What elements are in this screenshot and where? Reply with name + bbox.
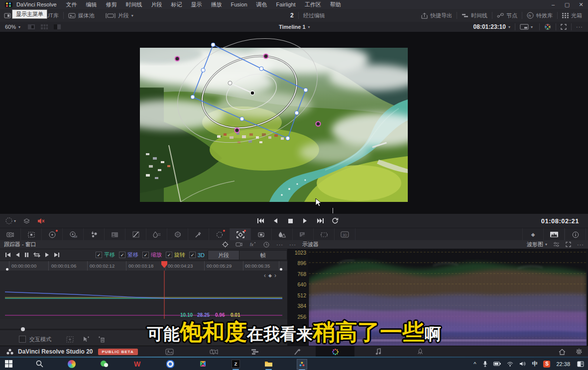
delete-tracker-point-icon[interactable]: [98, 336, 105, 343]
tray-sogou-icon[interactable]: S: [543, 361, 550, 368]
history-icon[interactable]: [263, 242, 269, 248]
video-frame[interactable]: [140, 48, 408, 202]
expand-viewer-icon[interactable]: [561, 24, 567, 30]
photos-app-icon[interactable]: [67, 359, 76, 369]
magic-mask-tab[interactable]: [105, 228, 125, 241]
menu-trim[interactable]: 修剪: [106, 1, 117, 8]
zoom-select[interactable]: 60% ▾: [5, 24, 20, 30]
analyze-tilt-checkbox[interactable]: ✓ 竖移: [119, 251, 138, 259]
stereo-3d-tab[interactable]: 3D: [335, 228, 355, 241]
grade-preview-icon[interactable]: [544, 23, 551, 30]
start-button[interactable]: [4, 359, 13, 369]
taskbar-clock[interactable]: 22:38: [556, 361, 570, 367]
pinned-app-x-icon[interactable]: [198, 359, 208, 369]
page-deliver[interactable]: [410, 346, 430, 357]
jog-playhead[interactable]: [333, 208, 333, 213]
tray-ime-indicator[interactable]: 中: [532, 360, 537, 368]
page-fairlight[interactable]: [368, 346, 388, 357]
tray-battery-icon[interactable]: [493, 362, 501, 366]
page-cut[interactable]: [204, 346, 224, 357]
track-bidirectional-button[interactable]: [33, 252, 40, 258]
tray-volume-icon[interactable]: [519, 361, 526, 367]
tab-clip[interactable]: 片段: [208, 250, 239, 260]
tracker-playhead-marker[interactable]: [160, 261, 168, 271]
stabilizer-tab[interactable]: [251, 228, 272, 241]
wechat-app-icon[interactable]: [100, 359, 109, 369]
track-to-end-button[interactable]: [54, 252, 60, 258]
file-explorer-icon[interactable]: [264, 359, 273, 369]
browser-app-icon[interactable]: [165, 359, 175, 369]
notification-center-icon[interactable]: [577, 361, 584, 367]
color-match-tab[interactable]: [21, 228, 42, 241]
stop-button[interactable]: [285, 217, 296, 225]
page-fusion[interactable]: [287, 346, 307, 357]
timeline-selector[interactable]: Timeline 1 ▾: [279, 24, 310, 30]
menu-edit[interactable]: 编辑: [86, 1, 97, 8]
monitor-chevron-icon[interactable]: ▾: [531, 25, 533, 29]
keyframes-panel-button[interactable]: ◆: [522, 228, 543, 241]
menu-playback[interactable]: 播放: [211, 1, 222, 8]
home-button[interactable]: [555, 346, 570, 357]
effects-library-button[interactable]: fx 特效库: [527, 12, 553, 19]
hdr-grade-tab[interactable]: HDR: [63, 228, 84, 241]
next-keyframe-icon[interactable]: ›: [274, 272, 276, 279]
menu-view[interactable]: 显示: [191, 1, 202, 8]
scope-options-menu[interactable]: ···: [577, 242, 584, 248]
first-frame-button[interactable]: [255, 217, 266, 225]
nodes-button[interactable]: 节点: [497, 12, 517, 19]
analyze-rotate-checkbox[interactable]: ✓ 旋转: [166, 251, 185, 259]
timeline-window-icon[interactable]: [5, 217, 13, 225]
tray-expand-caret[interactable]: ^: [473, 361, 476, 367]
app-logo-icon[interactable]: [5, 2, 12, 7]
gallery-button[interactable]: [4, 13, 11, 18]
loop-button[interactable]: [330, 217, 341, 225]
prev-keyframe-icon[interactable]: ‹: [264, 272, 266, 279]
info-panel-button[interactable]: [565, 228, 586, 241]
scope-expand-icon[interactable]: [566, 242, 571, 247]
analyze-zoom-checkbox[interactable]: ✓ 缩放: [142, 251, 162, 259]
analyze-pan-checkbox[interactable]: ✓ 平移: [96, 251, 115, 259]
analyze-3d-checkbox[interactable]: ✓ 3D: [189, 252, 205, 258]
color-slice-tab[interactable]: [84, 228, 105, 241]
menu-fusion[interactable]: Fusion: [231, 1, 247, 7]
tracker-graph[interactable]: 10.10 28.25 0.96 0.01: [0, 271, 287, 319]
unmix-icon[interactable]: [23, 218, 30, 224]
mute-audio-icon[interactable]: [37, 218, 45, 224]
camera-raw-tab[interactable]: [0, 228, 21, 241]
track-forward-button[interactable]: [45, 252, 49, 258]
tracker-target-icon[interactable]: [222, 241, 229, 248]
split-view-icon[interactable]: [40, 24, 48, 30]
color-wheels-tab[interactable]: [42, 228, 63, 241]
interactive-mode-checkbox[interactable]: 交互模式: [19, 336, 51, 343]
page-edit[interactable]: [245, 346, 265, 357]
menu-mark[interactable]: 标记: [171, 1, 182, 8]
play-button[interactable]: [300, 217, 311, 225]
clips-button[interactable]: 片段 ▾: [106, 12, 133, 19]
qualifier-tab[interactable]: [146, 228, 167, 241]
menu-clip[interactable]: 片段: [151, 1, 162, 8]
tracker-ruler[interactable]: 00:00:00:00 00:00:01:06 00:00:02:12 00:0…: [0, 261, 287, 272]
quick-export-button[interactable]: 快捷导出: [421, 12, 452, 19]
menu-fairlight[interactable]: Fairlight: [276, 1, 296, 7]
menu-file[interactable]: 文件: [66, 1, 77, 8]
wps-app-icon[interactable]: W: [132, 359, 142, 369]
window-tab[interactable]: [209, 228, 230, 241]
track-to-start-button[interactable]: [5, 252, 11, 258]
media-pool-button[interactable]: 媒体池: [68, 12, 95, 19]
blur-tab[interactable]: [272, 228, 293, 241]
scope-settings-icon[interactable]: [553, 242, 560, 247]
tracker-options-menu[interactable]: ···: [276, 242, 283, 248]
tray-wifi-icon[interactable]: [507, 362, 513, 367]
menu-color[interactable]: 调色: [256, 1, 267, 8]
step-back-button[interactable]: [270, 217, 281, 225]
page-media[interactable]: [159, 346, 179, 357]
track-backward-button[interactable]: [15, 252, 20, 258]
davinci-taskbar-icon[interactable]: [297, 359, 307, 370]
lightbox-button[interactable]: 光箱: [562, 12, 582, 19]
pause-tracking-button[interactable]: [24, 252, 29, 258]
keyframe-nav[interactable]: ‹ ◆ ›: [264, 272, 276, 279]
window-maximize-button[interactable]: ▢: [560, 0, 574, 9]
window-chevron-icon[interactable]: ▾: [14, 219, 16, 223]
timelines-button[interactable]: 时间线: [462, 12, 487, 19]
key-tab[interactable]: [293, 228, 314, 241]
